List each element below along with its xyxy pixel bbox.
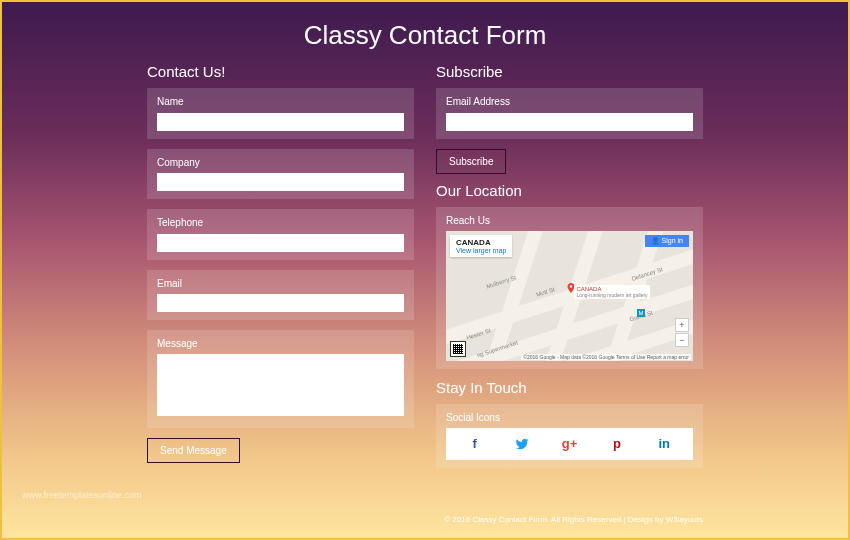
map-attribution: ©2016 Google - Map data ©2016 Google Ter…	[521, 354, 691, 360]
linkedin-icon[interactable]: in	[653, 433, 675, 455]
map-country: CANADA	[456, 238, 506, 247]
map-signin-button[interactable]: 👤 Sign in	[645, 235, 689, 247]
stay-heading: Stay In Touch	[436, 379, 703, 396]
company-field-box: Company	[147, 149, 414, 200]
right-column: Subscribe Email Address Subscribe Our Lo…	[436, 63, 703, 468]
telephone-field-box: Telephone	[147, 209, 414, 260]
location-heading: Our Location	[436, 182, 703, 199]
marker-label: CANADA Long-running modern art gallery	[574, 285, 649, 299]
subscribe-email-label: Email Address	[446, 96, 693, 107]
metro-icon: M	[637, 309, 645, 317]
reach-us-label: Reach Us	[446, 215, 693, 226]
subscribe-button[interactable]: Subscribe	[436, 149, 506, 174]
email-field-box: Email	[147, 270, 414, 321]
pinterest-icon[interactable]: p	[606, 433, 628, 455]
send-message-button[interactable]: Send Message	[147, 438, 240, 463]
googleplus-icon[interactable]: g+	[558, 433, 580, 455]
social-box: Social Icons f g+ p in	[436, 404, 703, 468]
zoom-in-button[interactable]: +	[675, 318, 689, 332]
email-label: Email	[157, 278, 404, 289]
social-icons-label: Social Icons	[446, 412, 693, 423]
subscribe-email-input[interactable]	[446, 113, 693, 131]
email-input[interactable]	[157, 294, 404, 312]
message-field-box: Message	[147, 330, 414, 428]
name-field-box: Name	[147, 88, 414, 139]
facebook-icon[interactable]: f	[464, 433, 486, 455]
watermark-text: www.freetemplatesonline.com	[22, 490, 142, 500]
company-input[interactable]	[157, 173, 404, 191]
map-qr-icon	[450, 341, 466, 357]
twitter-icon[interactable]	[511, 433, 533, 455]
map[interactable]: Mulberry St Mott St Delancey St Grand St…	[446, 231, 693, 361]
telephone-input[interactable]	[157, 234, 404, 252]
subscribe-email-box: Email Address	[436, 88, 703, 139]
footer-text: © 2016 Classy Contact Form. All Rights R…	[444, 515, 703, 524]
company-label: Company	[157, 157, 404, 168]
contact-heading: Contact Us!	[147, 63, 414, 80]
view-larger-link[interactable]: View larger map	[456, 247, 506, 254]
name-input[interactable]	[157, 113, 404, 131]
signin-icon: 👤	[651, 237, 660, 244]
map-box: Reach Us Mulberry St Mott St Delancey St…	[436, 207, 703, 369]
name-label: Name	[157, 96, 404, 107]
map-info-card[interactable]: CANADA View larger map	[450, 235, 512, 257]
message-label: Message	[157, 338, 404, 349]
page-title: Classy Contact Form	[2, 2, 848, 63]
message-textarea[interactable]	[157, 354, 404, 416]
zoom-out-button[interactable]: −	[675, 333, 689, 347]
telephone-label: Telephone	[157, 217, 404, 228]
contact-column: Contact Us! Name Company Telephone Email…	[147, 63, 414, 468]
subscribe-heading: Subscribe	[436, 63, 703, 80]
